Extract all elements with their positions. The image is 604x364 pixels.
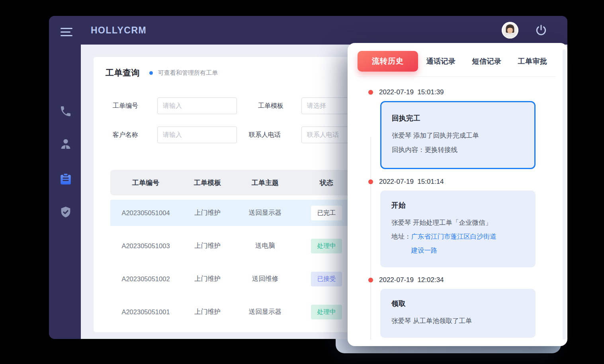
sidebar-item-contacts[interactable] (59, 138, 72, 150)
cell-order-id: A202305051002 (121, 275, 170, 283)
cell-topic: 送电脑 (255, 241, 275, 250)
clipboard-icon (59, 172, 73, 186)
timeline-card-line: 张爱琴 开始处理工单「企业微信」 (391, 215, 528, 230)
shield-check-icon (59, 206, 72, 218)
status-badge: 已完工 (311, 206, 342, 220)
order-id-input[interactable] (157, 97, 237, 114)
col-header-template: 工单模板 (194, 178, 221, 187)
timeline-card-title: 回执完工 (392, 113, 526, 123)
timeline-card-line: 张爱琴 添加了回执并完成工单 (392, 128, 526, 142)
cell-template: 上门维护 (194, 308, 221, 316)
cell-topic: 送回显示器 (249, 308, 282, 316)
timeline-entry: 2022-07-19 12:02:34 领取 张爱琴 从工单池领取了工单 (368, 276, 567, 338)
address-line1: 广东省江门市蓬江区白沙街道 (411, 233, 497, 240)
tab-circulation-history[interactable]: 流转历史 (358, 51, 418, 72)
menu-icon[interactable] (61, 28, 73, 37)
timeline-card-title: 领取 (391, 299, 528, 308)
col-header-order-id: 工单编号 (132, 178, 159, 187)
sidebar-item-security[interactable] (59, 206, 72, 218)
cell-template: 上门维护 (194, 241, 221, 250)
tab-call-records[interactable]: 通话记录 (418, 56, 464, 66)
timeline-entry: 2022-07-19 15:01:14 开始 张爱琴 开始处理工单「企业微信」 … (368, 178, 567, 267)
timeline-dot (368, 90, 373, 95)
timeline-card-claim: 领取 张爱琴 从工单池领取了工单 (380, 289, 536, 338)
status-badge: 处理中 (311, 239, 342, 253)
timeline-card-receipt-complete: 回执完工 张爱琴 添加了回执并完成工单 回执内容：更换转接线 (380, 101, 536, 169)
user-avatar[interactable] (502, 22, 518, 39)
filter-label-template: 工单模板 (258, 102, 283, 110)
cell-template: 上门维护 (194, 208, 221, 217)
avatar-photo-icon (502, 22, 518, 39)
brand-logo: HOLLYCRM (91, 25, 147, 36)
timeline-time: 2022-07-19 15:01:39 (379, 88, 444, 96)
timeline-card-title: 开始 (391, 200, 528, 210)
tabs-divider (358, 76, 555, 77)
tab-workorder-approval[interactable]: 工单审批 (510, 56, 555, 66)
customer-name-input[interactable] (157, 127, 237, 143)
timeline-line (370, 137, 371, 340)
filter-label-customer: 客户名称 (113, 131, 138, 139)
detail-tabs: 流转历史 通话记录 短信记录 工单审批 (358, 51, 555, 72)
status-badge: 处理中 (311, 305, 342, 319)
timeline-time: 2022-07-19 12:02:34 (379, 276, 444, 284)
power-icon[interactable] (535, 24, 547, 37)
timeline-dot (368, 179, 373, 184)
cell-order-id: A202305051001 (121, 308, 170, 316)
status-badge: 已接受 (311, 272, 342, 286)
cell-topic: 送回显示器 (249, 208, 282, 217)
circulation-timeline: 2022-07-19 15:01:39 回执完工 张爱琴 添加了回执并完成工单 … (348, 81, 567, 346)
workorder-detail-panel: 流转历史 通话记录 短信记录 工单审批 2022-07-19 15:01:39 … (348, 43, 567, 346)
filter-label-contact-phone: 联系人电话 (249, 131, 281, 139)
timeline-card-line: 张爱琴 从工单池领取了工单 (391, 313, 528, 328)
page-title: 工单查询 (106, 67, 140, 78)
subtitle-dot (149, 71, 153, 75)
person-icon (59, 138, 72, 150)
cell-template: 上门维护 (194, 274, 221, 283)
cell-topic: 送回维修 (252, 274, 278, 283)
col-header-status: 状态 (320, 178, 333, 187)
screenshot-stage: HOLLYCRM (0, 0, 604, 364)
page-subtitle: 可查看和管理所有工单 (158, 69, 218, 77)
sidebar-item-calls[interactable] (59, 105, 72, 118)
timeline-entry: 2022-07-19 15:01:39 回执完工 张爱琴 添加了回执并完成工单 … (368, 88, 567, 169)
address-line2: 建设一路 (411, 247, 438, 254)
phone-icon (59, 105, 72, 118)
col-header-topic: 工单主题 (252, 178, 279, 187)
timeline-dot (368, 278, 373, 282)
cell-order-id: A202305051003 (121, 242, 170, 250)
filter-label-order-id: 工单编号 (113, 102, 138, 110)
sidebar-item-workorders-active[interactable] (59, 172, 73, 186)
address-label: 地址： (391, 230, 411, 257)
tab-sms-records[interactable]: 短信记录 (464, 56, 510, 66)
timeline-card-start: 开始 张爱琴 开始处理工单「企业微信」 地址： 广东省江门市蓬江区白沙街道 建设… (380, 191, 536, 267)
cell-order-id: A202305051004 (121, 209, 170, 217)
timeline-time: 2022-07-19 15:01:14 (379, 178, 444, 186)
address-link[interactable]: 广东省江门市蓬江区白沙街道 建设一路 (411, 230, 497, 257)
timeline-card-line: 回执内容：更换转接线 (392, 142, 526, 157)
